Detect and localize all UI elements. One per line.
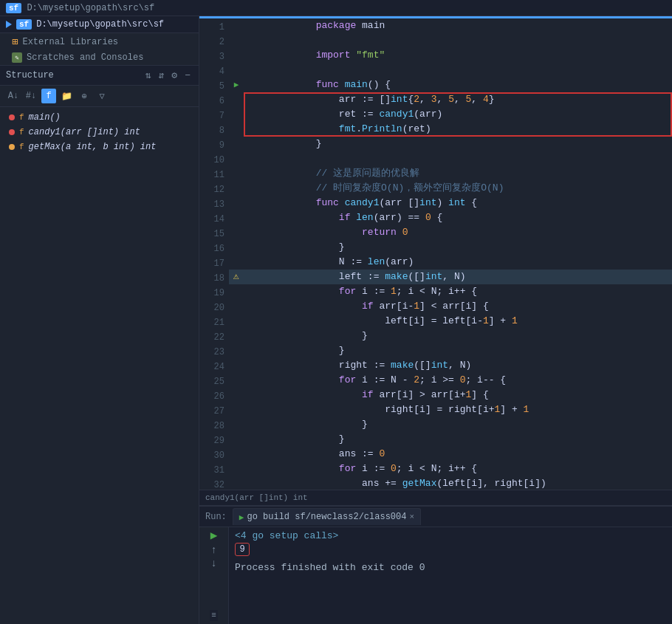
gutter-5[interactable]: ▶ <box>229 78 244 92</box>
func-marker: f <box>19 113 24 122</box>
run-output: <4 go setup calls> 9 Process finished wi… <box>229 527 672 624</box>
exit-text: Process finished with exit code 0 <box>235 562 425 573</box>
code-lines-wrapper: package main import "fmt" <box>229 18 672 490</box>
run-sidebar: ▶ ↑ ↓ ≡ <box>199 527 229 624</box>
run-label: Run: <box>205 512 227 522</box>
breadcrumb-text: candy1(arr []int) int <box>205 493 308 502</box>
code-line-1: package main <box>229 18 672 33</box>
sort-asc-btn[interactable]: ⇅ <box>143 69 154 82</box>
run-tab-bar: Run: ▶ go build sf/newclass2/class004 × <box>199 507 672 527</box>
func-marker-2: f <box>19 128 24 137</box>
project-path: D:\mysetup\gopath\src\sf <box>27 3 154 13</box>
code-line-3: import "fmt" <box>229 48 672 63</box>
filter-btn[interactable]: ▽ <box>95 89 109 103</box>
cmd-line: <4 go setup calls> <box>235 530 666 541</box>
gear-btn[interactable]: ⚙ <box>169 69 179 82</box>
run-tab-close-btn[interactable]: × <box>409 512 414 521</box>
struct-item-getmax[interactable]: f getMax(a int, b int) int <box>0 140 199 154</box>
sidebar: sf D:\mysetup\gopath\src\sf ⊞ External L… <box>0 16 199 624</box>
code-text-33[interactable]: } <box>244 476 672 490</box>
structure-icons-row: A↓ #↓ f 📁 ⊕ ▽ <box>0 86 199 107</box>
run-play-btn[interactable]: ▶ <box>210 530 218 542</box>
run-arrow-icon[interactable]: ▶ <box>234 78 239 92</box>
code-editor[interactable]: 1 2 3 4 5 6 7 8 9 10 11 12 13 14 15 16 1… <box>199 18 672 490</box>
struct-item-main[interactable]: f main() <box>0 110 199 125</box>
sidebar-project-root[interactable]: sf D:\mysetup\gopath\src\sf <box>0 16 199 33</box>
func-marker-3: f <box>19 143 24 151</box>
run-tab-icon: ▶ <box>239 512 244 522</box>
structure-toolbar: ⇅ ⇵ ⚙ − <box>143 69 193 82</box>
structure-title: Structure <box>6 70 54 80</box>
func-name-getmax: getMax(a int, b int) int <box>29 142 157 152</box>
run-tab[interactable]: ▶ go build sf/newclass2/class004 × <box>233 508 421 525</box>
sidebar-item-external-libraries[interactable]: ⊞ External Libraries <box>0 33 199 50</box>
sidebar-item-scratches[interactable]: ✎ Scratches and Consoles <box>0 50 199 65</box>
exit-line: Process finished with exit code 0 <box>235 562 666 573</box>
func-name-candy1: candy1(arr []int) int <box>29 127 140 137</box>
structure-panel: Structure ⇅ ⇵ ⚙ − A↓ #↓ f 📁 ⊕ ▽ f <box>0 65 199 624</box>
sort-desc-btn[interactable]: ⇵ <box>157 69 167 82</box>
struct-item-candy1[interactable]: f candy1(arr []int) int <box>0 125 199 140</box>
run-down-btn[interactable]: ↓ <box>210 558 216 569</box>
bottom-breadcrumb: candy1(arr []int) int <box>199 490 672 506</box>
func-name-main: main() <box>29 112 61 123</box>
structure-header: Structure ⇅ ⇵ ⚙ − <box>0 66 199 86</box>
run-panel: Run: ▶ go build sf/newclass2/class004 × … <box>199 506 672 624</box>
run-content: ▶ ↑ ↓ ≡ <4 go setup calls> 9 Process fin… <box>199 527 672 624</box>
gutter-18: ⚠ <box>229 270 244 284</box>
warning-icon: ⚠ <box>233 270 239 284</box>
external-libraries-label: External Libraries <box>22 37 118 47</box>
top-bar: sf D:\mysetup\gopath\src\sf <box>0 0 672 16</box>
func-dot-red <box>9 114 15 120</box>
output-line: 9 <box>235 543 666 556</box>
editor-area: 1 2 3 4 5 6 7 8 9 10 11 12 13 14 15 16 1… <box>199 16 672 624</box>
func-filter-btn[interactable]: f <box>41 89 56 103</box>
line-numbers: 1 2 3 4 5 6 7 8 9 10 11 12 13 14 15 16 1… <box>199 18 229 490</box>
output-number-badge: 9 <box>235 543 250 556</box>
num-sort-btn[interactable]: #↓ <box>24 89 38 103</box>
scratch-icon: ✎ <box>12 52 22 63</box>
code-line-9: } <box>229 137 672 151</box>
structure-items: f main() f candy1(arr []int) int f getMa… <box>0 107 199 624</box>
func-dot-orange <box>9 144 15 150</box>
library-icon: ⊞ <box>12 35 18 48</box>
folder-btn[interactable]: 📁 <box>59 89 74 103</box>
scratches-label: Scratches and Consoles <box>27 52 143 63</box>
cmd-text: <4 go setup calls> <box>235 530 338 541</box>
sf-badge: sf <box>16 19 32 30</box>
run-up-btn[interactable]: ↑ <box>210 545 216 555</box>
close-btn[interactable]: − <box>182 69 193 82</box>
expand-icon <box>6 21 12 28</box>
sf-icon: sf <box>6 3 21 13</box>
alpha-sort-btn[interactable]: A↓ <box>6 89 21 103</box>
func-dot-red-2 <box>9 129 15 135</box>
expand-btn[interactable]: ⊕ <box>77 89 92 103</box>
sidebar-project-path: D:\mysetup\gopath\src\sf <box>36 19 164 30</box>
run-tab-name: go build sf/newclass2/class004 <box>247 512 406 522</box>
run-wrap-btn[interactable]: ≡ <box>210 610 218 621</box>
